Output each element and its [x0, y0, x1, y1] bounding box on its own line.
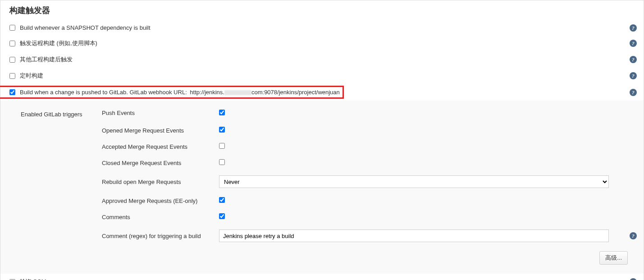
gt-approved-mr-label: Approved Merge Requests (EE-only) [102, 197, 219, 204]
gt-accepted-mr-row: Accepted Merge Request Events [102, 138, 635, 155]
gt-push-events-label: Push Events [102, 110, 219, 116]
gt-comments-row: Comments [102, 209, 635, 225]
trigger-snapshot-label: Build whenever a SNAPSHOT dependency is … [20, 24, 635, 31]
help-icon[interactable]: ? [630, 40, 637, 47]
gitlab-triggers-panel: Enabled GitLab triggers Push Events Open… [0, 101, 644, 274]
trigger-snapshot-row: Build whenever a SNAPSHOT dependency is … [0, 20, 644, 35]
trigger-poll-scm-row: 轮询 SCM ? [0, 274, 644, 280]
trigger-remote-row: 触发远程构建 (例如,使用脚本) ? [0, 35, 644, 51]
gt-closed-mr-label: Closed Merge Request Events [102, 160, 219, 166]
gt-approved-mr-row: Approved Merge Requests (EE-only) [102, 193, 635, 209]
help-icon[interactable]: ? [630, 278, 637, 280]
help-icon[interactable]: ? [630, 89, 637, 96]
gt-comment-regex-row: Comment (regex) for triggering a build ? [102, 225, 635, 247]
trigger-after-other-row: 其他工程构建后触发 ? [0, 51, 644, 68]
gt-accepted-mr-checkbox[interactable] [219, 143, 225, 149]
gt-rebuild-open-mr-label: Rebuild open Merge Requests [102, 179, 219, 185]
trigger-snapshot-checkbox[interactable] [9, 25, 15, 31]
gt-accepted-mr-label: Accepted Merge Request Events [102, 143, 219, 150]
gt-closed-mr-checkbox[interactable] [219, 159, 225, 165]
trigger-poll-scm-label: 轮询 SCM [20, 278, 635, 280]
gitlab-webhook-url-box: http://jenkins.com:9078/jenkins/project/… [0, 86, 344, 99]
gt-comment-regex-input[interactable] [219, 230, 609, 242]
help-icon[interactable]: ? [630, 56, 637, 63]
gt-approved-mr-checkbox[interactable] [219, 197, 225, 203]
trigger-cron-row: 定时构建 ? [0, 68, 644, 84]
section-title: 构建触发器 [0, 0, 644, 20]
trigger-remote-label: 触发远程构建 (例如,使用脚本) [20, 39, 635, 47]
help-icon[interactable]: ? [630, 72, 637, 79]
gt-rebuild-open-mr-row: Rebuild open Merge Requests Never [102, 171, 635, 193]
help-icon[interactable]: ? [630, 24, 637, 32]
trigger-after-other-label: 其他工程构建后触发 [20, 55, 635, 64]
trigger-after-other-checkbox[interactable] [9, 57, 15, 63]
gt-closed-mr-row: Closed Merge Request Events [102, 155, 635, 171]
gitlab-triggers-heading: Enabled GitLab triggers [21, 110, 102, 118]
trigger-remote-checkbox[interactable] [9, 41, 15, 46]
advanced-button[interactable]: 高级... [599, 251, 628, 265]
gt-comments-checkbox[interactable] [219, 213, 225, 219]
gt-opened-mr-label: Opened Merge Request Events [102, 127, 219, 134]
gt-push-events-row: Enabled GitLab triggers Push Events [21, 105, 635, 122]
trigger-gitlab-row: Build when a change is pushed to GitLab.… [0, 84, 644, 101]
gt-comments-label: Comments [102, 214, 219, 220]
gt-opened-mr-checkbox[interactable] [219, 127, 225, 133]
trigger-gitlab-label: Build when a change is pushed to GitLab.… [20, 86, 635, 99]
help-icon[interactable]: ? [630, 232, 637, 239]
gt-rebuild-open-mr-select[interactable]: Never [219, 175, 609, 188]
trigger-cron-label: 定时构建 [20, 72, 635, 80]
gt-opened-mr-row: Opened Merge Request Events [102, 122, 635, 138]
build-triggers-section: 构建触发器 Build whenever a SNAPSHOT dependen… [0, 0, 644, 280]
gt-push-events-checkbox[interactable] [219, 110, 225, 115]
redacted-host [224, 90, 251, 95]
gt-comment-regex-label: Comment (regex) for triggering a build [102, 233, 219, 239]
trigger-cron-checkbox[interactable] [9, 73, 15, 79]
